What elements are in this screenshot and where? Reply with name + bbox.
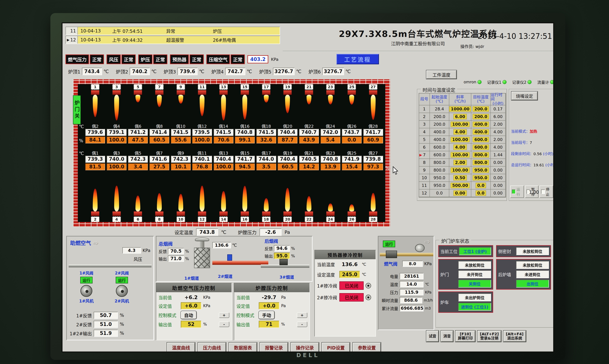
toolbar-button[interactable]: 压力曲线 bbox=[198, 343, 226, 352]
air-ctrl-set-value[interactable]: +6.0 bbox=[181, 302, 201, 309]
air-ctrl-mode-button[interactable]: 自动 bbox=[181, 311, 197, 319]
program-table-cell[interactable]: 100.00 bbox=[449, 167, 471, 174]
editable-setpoint-value[interactable]: 200.0 bbox=[473, 114, 489, 119]
editable-setpoint-value[interactable]: 800.0 bbox=[473, 152, 489, 157]
run-checkbox-button[interactable]: 运行 bbox=[510, 185, 524, 198]
editable-setpoint-value[interactable]: 500.00 bbox=[450, 183, 470, 188]
stop-checkbox[interactable] bbox=[541, 189, 545, 194]
chamber-output-value[interactable]: 71 bbox=[259, 321, 279, 328]
toolbar-button[interactable]: 数据报表 bbox=[229, 343, 257, 352]
program-table-row[interactable]: 4400.04.00400.04.00 bbox=[419, 128, 506, 136]
editable-setpoint-value[interactable]: 0.50 bbox=[453, 175, 467, 181]
editable-setpoint-value[interactable]: 0.0 bbox=[476, 183, 486, 188]
editable-setpoint-value[interactable]: 100.00 bbox=[450, 168, 470, 173]
system-button[interactable]: [ALT+F2]登录&注销 bbox=[477, 331, 501, 342]
program-table-cell[interactable]: 100.00 bbox=[449, 121, 471, 128]
precool-valve-2-row: 2#掺冷阀 已关闭 bbox=[317, 293, 373, 301]
valve-indicator-icon[interactable] bbox=[366, 283, 371, 288]
run-checkbox[interactable] bbox=[512, 189, 516, 194]
toolbar-button[interactable]: PID设置 bbox=[322, 343, 350, 352]
workpiece-temp-button[interactable]: 工件温度 bbox=[426, 70, 457, 79]
toolbar-button[interactable]: 参数设置 bbox=[353, 343, 381, 352]
system-button[interactable]: 消音 bbox=[441, 331, 453, 342]
program-table-row[interactable]: 120.00.000.00.00 bbox=[419, 189, 506, 197]
program-table-cell[interactable]: 100.00 bbox=[449, 136, 471, 143]
editable-setpoint-value[interactable]: 600.0 bbox=[473, 144, 489, 150]
burner-settings-button[interactable]: 烧嘴设定 bbox=[511, 91, 538, 100]
program-table-row[interactable]: 2200.06.00200.06.00 bbox=[419, 113, 506, 121]
program-table-cell[interactable]: 600.0 bbox=[471, 143, 491, 151]
toolbar-button[interactable]: 温度曲线 bbox=[167, 343, 195, 352]
program-table-row[interactable]: 8800.02.00800.00.00 bbox=[419, 159, 506, 167]
editable-setpoint-value[interactable]: 4.00 bbox=[453, 129, 467, 135]
program-table-cell[interactable]: 0.0 bbox=[471, 189, 491, 197]
chamber-set-value[interactable]: +0.0 bbox=[259, 302, 279, 309]
editable-setpoint-value[interactable]: 950.0 bbox=[473, 175, 489, 181]
air-ctrl-output-value[interactable]: 52 bbox=[181, 321, 201, 328]
program-table-cell[interactable]: 400.0 bbox=[471, 121, 491, 128]
chamber-mode-button[interactable]: 手动 bbox=[259, 311, 275, 319]
chamber-minus-button[interactable]: - bbox=[297, 322, 307, 327]
editable-setpoint-value[interactable]: 6.00 bbox=[453, 114, 467, 119]
precool-set-value[interactable]: 245.0 bbox=[339, 271, 360, 278]
program-table-row[interactable]: 5400.0100.00600.02.00 bbox=[419, 136, 506, 143]
button-hotkey: [ALT+F2] bbox=[480, 332, 499, 336]
editable-setpoint-value[interactable]: 200.0 bbox=[473, 106, 489, 112]
program-table-row[interactable]: ▶7600.0100.00800.01.44 bbox=[419, 151, 506, 159]
editable-setpoint-value[interactable]: 100.00 bbox=[450, 137, 470, 142]
program-table-cell[interactable]: 800.0 bbox=[471, 159, 491, 166]
air-ctrl-plus-button[interactable]: + bbox=[219, 312, 229, 318]
alarm-row[interactable]: 1110-04-13上午 07:54:51异常炉压 bbox=[66, 27, 280, 35]
editable-setpoint-value[interactable]: 400.0 bbox=[473, 129, 489, 135]
program-table-cell[interactable]: 800.0 bbox=[471, 151, 491, 158]
alarm-list[interactable]: 1110-04-13上午 07:54:51异常炉压▶1210-04-13上午 0… bbox=[66, 27, 280, 45]
program-table-row[interactable]: 11950.0500.000.00.00 bbox=[419, 182, 506, 189]
program-table[interactable]: 段号起始温度(℃)斜率(℃/h)目标温度(℃)运行时间(小时)128.41000… bbox=[419, 93, 506, 197]
toolbar-button[interactable]: 操作记录 bbox=[291, 343, 319, 352]
program-table-row[interactable]: 10950.00.50950.00.00 bbox=[419, 174, 506, 182]
editable-setpoint-value[interactable]: 100.00 bbox=[450, 152, 470, 157]
editable-setpoint-value[interactable]: 400.0 bbox=[473, 122, 489, 127]
thermocouple-output-value: 60.5 bbox=[278, 163, 297, 170]
alarm-row[interactable]: ▶1210-04-13上午 09:44:32超温报警26#热电偶 bbox=[66, 36, 280, 44]
program-table-cell[interactable]: 950.0 bbox=[471, 174, 491, 182]
program-table-cell[interactable]: 0.50 bbox=[449, 174, 471, 182]
stop-checkbox-button[interactable]: 停止 bbox=[540, 185, 553, 198]
program-table-cell[interactable]: 2.00 bbox=[449, 159, 471, 166]
chamber-plus-button[interactable]: + bbox=[297, 312, 307, 318]
system-button[interactable]: [Alt+F4]退出系统 bbox=[503, 331, 526, 342]
program-table-cell[interactable]: 950.0 bbox=[471, 167, 491, 174]
program-table-cell[interactable]: 600.0 bbox=[471, 136, 491, 143]
editable-setpoint-value[interactable]: 0.00 bbox=[453, 190, 467, 196]
program-table-cell[interactable]: 4.00 bbox=[449, 143, 471, 151]
system-button[interactable]: [F10]屏幕打印 bbox=[455, 331, 475, 342]
air-ctrl-minus-button[interactable]: - bbox=[219, 322, 229, 327]
program-table-cell[interactable]: 100.00 bbox=[449, 151, 471, 158]
editable-setpoint-value[interactable]: 2.00 bbox=[453, 160, 467, 165]
program-table-cell[interactable]: 6.00 bbox=[449, 113, 471, 120]
editable-setpoint-value[interactable]: 800.0 bbox=[473, 160, 489, 165]
program-table-cell[interactable]: 400.0 bbox=[471, 128, 491, 136]
system-button[interactable]: 试音 bbox=[426, 331, 439, 342]
program-table-cell[interactable]: 200.0 bbox=[471, 105, 491, 113]
editable-setpoint-value[interactable]: 0.0 bbox=[476, 190, 486, 196]
editable-setpoint-value[interactable]: 950.0 bbox=[473, 168, 489, 173]
editable-setpoint-value[interactable]: 4.00 bbox=[453, 144, 467, 150]
program-table-cell[interactable]: 500.00 bbox=[449, 182, 471, 189]
program-table-cell[interactable]: 4.00 bbox=[449, 128, 471, 136]
editable-setpoint-value[interactable]: 600.0 bbox=[473, 137, 489, 142]
program-table-cell[interactable]: 0.00 bbox=[449, 189, 471, 197]
process-flow-button[interactable]: 工艺流程 bbox=[336, 54, 379, 64]
program-table-row[interactable]: 9800.0100.00950.00.00 bbox=[419, 167, 506, 174]
program-table-cell[interactable]: 200.0 bbox=[471, 113, 491, 120]
program-table-row[interactable]: 128.41000.00200.00.17 bbox=[419, 105, 506, 113]
editable-setpoint-value[interactable]: 100.00 bbox=[450, 122, 470, 127]
program-table-cell[interactable]: 0.0 bbox=[471, 182, 491, 189]
program-table-row[interactable]: 6600.04.00600.04.00 bbox=[419, 143, 506, 151]
valve-indicator-icon-2[interactable] bbox=[366, 295, 371, 300]
program-table-row[interactable]: 3200.0100.00400.02.00 bbox=[419, 121, 506, 128]
editable-setpoint-value[interactable]: 1000.00 bbox=[449, 106, 471, 112]
program-table-cell[interactable]: 1000.00 bbox=[449, 105, 471, 113]
time-temp-settings-title: 时间与温度设定 bbox=[421, 86, 457, 93]
toolbar-button[interactable]: 报警记录 bbox=[260, 343, 288, 352]
